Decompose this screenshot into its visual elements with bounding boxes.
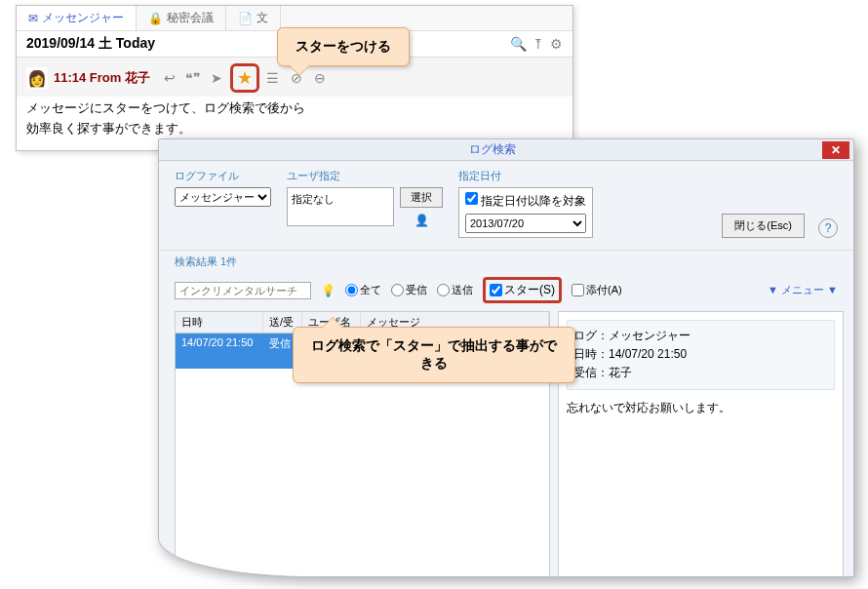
date-group: 指定日付 指定日付以降を対象 2013/07/20 xyxy=(458,169,593,238)
close-button[interactable]: 閉じる(Esc) xyxy=(722,214,805,238)
tab-secret[interactable]: 🔒 秘密会議 xyxy=(137,6,226,30)
user-group: ユーザ指定 指定なし 選択 👤 xyxy=(287,169,443,238)
arrow-up-icon[interactable]: ⤒ xyxy=(533,36,544,52)
callout-star: スターをつける xyxy=(277,27,410,66)
menu-dropdown[interactable]: ▼ メニュー ▼ xyxy=(768,283,838,297)
detail-body: 忘れないで対応お願いします。 xyxy=(567,400,835,416)
menu-icon[interactable]: ☰ xyxy=(263,68,283,88)
date-text: 2019/09/14 土 Today xyxy=(26,35,510,53)
close-icon[interactable]: ✕ xyxy=(822,141,849,159)
log-file-select[interactable]: メッセンジャー xyxy=(175,187,271,207)
log-titlebar: ログ検索 ✕ xyxy=(159,139,853,161)
detail-header: ログ：メッセンジャー 日時：14/07/20 21:50 受信：花子 xyxy=(567,320,835,390)
date-box: 指定日付以降を対象 2013/07/20 xyxy=(458,187,593,238)
search-input[interactable] xyxy=(175,282,311,299)
message-body-line2: 効率良く探す事ができます。 xyxy=(26,119,563,139)
callout-filter-text: ログ検索で「スター」で抽出する事ができる xyxy=(311,337,557,371)
star-icon[interactable]: ★ xyxy=(230,63,259,93)
filter-star[interactable]: スター(S) xyxy=(483,277,562,303)
avatar: 👩 xyxy=(26,67,48,89)
tab-secret-label: 秘密会議 xyxy=(167,10,214,26)
message-body-line1: メッセージにスターをつけて、ログ検索で後から xyxy=(26,98,563,119)
lock-icon: 🔒 xyxy=(148,12,163,25)
send-icon[interactable]: ➤ xyxy=(207,68,226,88)
log-file-label: ログファイル xyxy=(175,169,271,183)
date-checkbox[interactable] xyxy=(465,192,478,205)
filter-row: 💡 全て 受信 送信 スター(S) 添付(A) ▼ メニュー ▼ xyxy=(159,273,853,311)
tab-doc[interactable]: 📄 文 xyxy=(226,6,281,30)
message-time-from: 11:14 From 花子 xyxy=(54,69,150,87)
callout-star-text: スターをつける xyxy=(296,38,391,54)
log-file-group: ログファイル メッセンジャー xyxy=(175,169,271,238)
close-help-group: 閉じる(Esc) ? xyxy=(722,169,838,238)
log-controls: ログファイル メッセンジャー ユーザ指定 指定なし 選択 👤 指定日付 指定日付… xyxy=(159,161,853,251)
tab-messenger[interactable]: ✉ メッセンジャー xyxy=(17,6,137,30)
filter-all[interactable]: 全て xyxy=(345,283,381,297)
user-icon[interactable]: 👤 xyxy=(414,214,429,227)
filter-attach[interactable]: 添付(A) xyxy=(572,283,622,297)
tab-messenger-label: メッセンジャー xyxy=(42,10,124,26)
result-count: 検索結果 1件 xyxy=(159,251,853,273)
date-select[interactable]: 2013/07/20 xyxy=(465,214,586,233)
radio-group: 全て 受信 送信 スター(S) 添付(A) xyxy=(345,277,622,303)
select-user-button[interactable]: 選択 xyxy=(400,187,443,208)
gear-icon[interactable]: ⚙ xyxy=(550,36,563,52)
filter-send[interactable]: 送信 xyxy=(437,283,473,297)
quote-icon[interactable]: ❝❞ xyxy=(183,68,203,88)
user-label: ユーザ指定 xyxy=(287,169,443,183)
search-icon[interactable]: 🔍 xyxy=(510,36,527,52)
filter-recv[interactable]: 受信 xyxy=(391,283,427,297)
th-date[interactable]: 日時 xyxy=(176,312,263,333)
tab-doc-label: 文 xyxy=(256,10,268,26)
reply-icon[interactable]: ↩ xyxy=(160,68,179,88)
help-icon[interactable]: ? xyxy=(818,218,838,238)
detail-pane: ログ：メッセンジャー 日時：14/07/20 21:50 受信：花子 忘れないで… xyxy=(558,311,844,577)
date-icons: 🔍 ⤒ ⚙ xyxy=(510,36,563,52)
td-date: 14/07/20 21:50 xyxy=(176,334,263,369)
date-label: 指定日付 xyxy=(458,169,593,183)
log-title-text: ログ検索 xyxy=(163,141,822,158)
doc-icon: 📄 xyxy=(238,12,253,25)
minus-icon[interactable]: ⊖ xyxy=(310,68,330,88)
date-checkbox-label[interactable]: 指定日付以降を対象 xyxy=(465,192,586,210)
user-display: 指定なし xyxy=(287,187,394,226)
callout-filter: ログ検索で「スター」で抽出する事ができる xyxy=(293,327,575,383)
mail-icon: ✉ xyxy=(28,12,38,25)
bulb-icon[interactable]: 💡 xyxy=(321,284,335,297)
